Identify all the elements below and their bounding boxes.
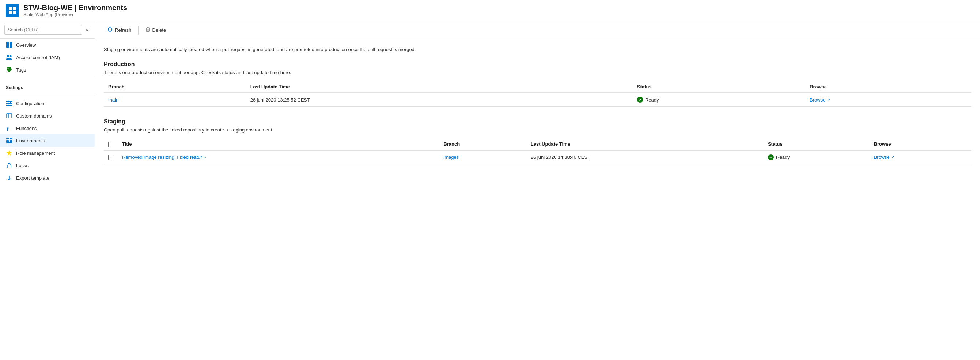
svg-rect-0 — [9, 7, 12, 10]
svg-marker-10 — [6, 67, 12, 72]
staging-branch-link[interactable]: images — [443, 154, 459, 160]
staging-title: Staging — [104, 118, 971, 125]
staging-status-text: Ready — [776, 154, 790, 160]
prod-status: Ready — [637, 97, 801, 103]
sidebar-label-environments: Environments — [16, 138, 45, 143]
sidebar-item-role-management[interactable]: Role management — [0, 147, 95, 159]
locks-icon — [6, 162, 13, 169]
svg-rect-7 — [10, 45, 12, 48]
prod-browse-link[interactable]: Browse ↗ — [810, 97, 967, 103]
svg-rect-31 — [146, 28, 149, 32]
svg-rect-22 — [6, 138, 9, 140]
staging-section: Staging Open pull requests against the l… — [104, 118, 971, 164]
svg-text:ƒ: ƒ — [6, 125, 9, 131]
staging-status-icon — [768, 154, 774, 160]
refresh-icon — [107, 27, 113, 33]
sidebar-label-iam: Access control (IAM) — [16, 55, 60, 60]
staging-col-browse: Browse — [870, 138, 972, 151]
staging-title-link[interactable]: Removed image resizing. Fixed featur··· — [122, 154, 206, 160]
sidebar-item-functions[interactable]: ƒ Functions — [0, 122, 95, 134]
settings-section-label: Settings — [0, 81, 95, 92]
role-icon — [6, 150, 13, 156]
app-header: STW-Blog-WE | Environments Static Web Ap… — [0, 0, 980, 21]
toolbar: Refresh Delete — [95, 21, 980, 40]
sidebar-item-overview[interactable]: Overview — [0, 39, 95, 51]
production-title: Production — [104, 61, 971, 68]
static-web-app-icon — [8, 6, 17, 15]
content-area: Refresh Delete Staging environments are … — [95, 21, 980, 360]
svg-rect-4 — [6, 42, 9, 44]
app-icon — [6, 4, 19, 17]
svg-rect-25 — [10, 140, 12, 142]
production-table-header: Branch Last Update Time Status Browse — [104, 81, 971, 93]
svg-rect-24 — [6, 140, 9, 142]
content-body: Staging environments are automatically c… — [95, 40, 980, 183]
search-bar: « — [0, 21, 95, 39]
staging-status: Ready — [768, 154, 865, 160]
search-input[interactable] — [5, 25, 82, 35]
sidebar-item-locks[interactable]: Locks — [0, 159, 95, 171]
select-all-checkbox[interactable] — [108, 142, 113, 147]
prod-col-last-update: Last Update Time — [246, 81, 633, 93]
svg-rect-13 — [6, 103, 12, 104]
svg-rect-30 — [6, 180, 12, 180]
svg-rect-1 — [13, 7, 16, 10]
prod-branch-link[interactable]: main — [108, 97, 118, 103]
sidebar-item-custom-domains[interactable]: Custom domains — [0, 109, 95, 122]
grid-icon — [6, 41, 13, 48]
staging-browse-link[interactable]: Browse ↗ — [874, 154, 967, 160]
svg-rect-5 — [10, 42, 12, 44]
sidebar-label-tags: Tags — [16, 67, 26, 73]
status-ready-icon — [637, 97, 643, 103]
production-section: Production There is one production envir… — [104, 61, 971, 106]
svg-rect-12 — [6, 101, 12, 102]
svg-point-11 — [8, 68, 9, 69]
staging-last-update: 26 juni 2020 14:38:46 CEST — [527, 151, 764, 164]
sidebar-item-configuration[interactable]: Configuration — [0, 97, 95, 109]
table-row: main 26 juni 2020 13:25:52 CEST Ready — [104, 93, 971, 106]
staging-col-checkbox — [104, 138, 118, 151]
refresh-button[interactable]: Refresh — [104, 25, 135, 35]
export-icon — [6, 174, 13, 181]
production-table: Branch Last Update Time Status Browse ma… — [104, 81, 971, 106]
sidebar-label-custom-domains: Custom domains — [16, 113, 52, 119]
svg-rect-2 — [9, 11, 12, 14]
domains-icon — [6, 113, 13, 119]
staging-browse-text: Browse — [874, 154, 890, 160]
svg-rect-3 — [13, 11, 16, 14]
svg-rect-23 — [10, 138, 12, 140]
main-layout: « Overview Access control (IAM) — [0, 21, 980, 360]
svg-rect-14 — [6, 105, 12, 106]
collapse-button[interactable]: « — [84, 25, 90, 35]
sidebar-label-functions: Functions — [16, 125, 37, 131]
prod-status-text: Ready — [645, 97, 659, 103]
environments-icon — [6, 137, 13, 144]
sidebar-label-configuration: Configuration — [16, 101, 44, 106]
sidebar-item-export-template[interactable]: Export template — [0, 171, 95, 184]
production-description: There is one production environment per … — [104, 70, 971, 75]
svg-marker-27 — [6, 151, 12, 155]
prod-col-branch: Branch — [104, 81, 246, 93]
tag-icon — [6, 67, 13, 73]
row-checkbox[interactable] — [108, 155, 113, 160]
staging-description: Open pull requests against the linked re… — [104, 127, 971, 133]
toolbar-divider — [138, 26, 138, 35]
people-icon — [6, 54, 13, 60]
refresh-label: Refresh — [115, 27, 132, 33]
sidebar-label-role-management: Role management — [16, 151, 55, 156]
sidebar-item-tags[interactable]: Tags — [0, 63, 95, 76]
sidebar-item-environments[interactable]: Environments — [0, 134, 95, 147]
table-row: Removed image resizing. Fixed featur··· … — [104, 151, 971, 164]
svg-rect-6 — [6, 45, 9, 48]
delete-button[interactable]: Delete — [142, 25, 170, 35]
prod-col-browse: Browse — [805, 81, 971, 93]
svg-rect-15 — [8, 100, 8, 103]
page-title: STW-Blog-WE | Environments — [23, 4, 127, 12]
delete-icon — [145, 27, 150, 33]
config-icon — [6, 100, 13, 106]
sidebar-item-iam[interactable]: Access control (IAM) — [0, 51, 95, 63]
header-titles: STW-Blog-WE | Environments Static Web Ap… — [23, 4, 127, 17]
svg-rect-28 — [7, 165, 11, 168]
external-link-icon: ↗ — [827, 97, 830, 102]
staging-table: Title Branch Last Update Time Status Bro… — [104, 138, 971, 164]
